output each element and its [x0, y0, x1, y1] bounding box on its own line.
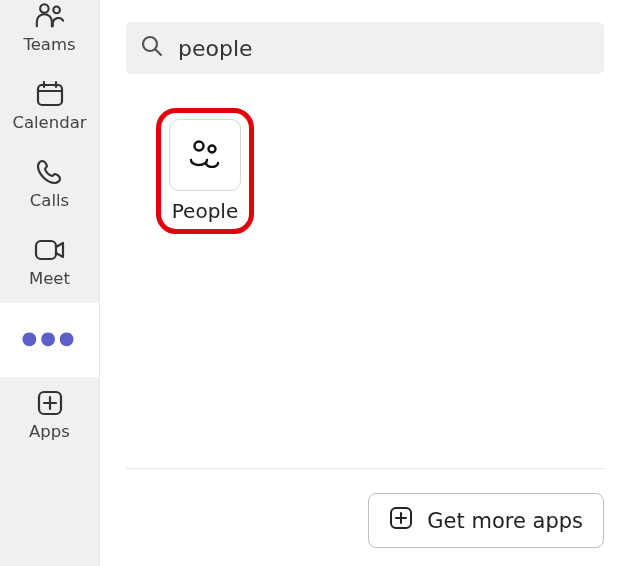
app-tile-people[interactable]: [169, 119, 241, 191]
meet-icon: [34, 234, 66, 266]
svg-line-11: [156, 50, 162, 56]
calls-icon: [34, 156, 66, 188]
svg-rect-2: [38, 85, 62, 105]
teams-icon: [34, 0, 66, 32]
people-icon: [187, 138, 223, 172]
rail-item-calls[interactable]: Calls: [0, 146, 99, 224]
apps-icon: [34, 387, 66, 419]
apps-flyout-panel: People Get more apps: [100, 0, 630, 566]
rail-label-apps: Apps: [29, 423, 70, 441]
rail-label-meet: Meet: [29, 270, 70, 288]
rail-item-apps[interactable]: Apps: [0, 377, 99, 455]
rail-item-calendar[interactable]: Calendar: [0, 68, 99, 146]
rail-item-more[interactable]: ●●●: [0, 303, 99, 377]
search-box[interactable]: [126, 22, 604, 74]
svg-point-13: [209, 146, 216, 153]
get-more-apps-label: Get more apps: [427, 509, 583, 533]
svg-point-0: [40, 4, 48, 12]
highlight-callout: People: [156, 108, 254, 234]
search-results: People: [126, 74, 604, 468]
calendar-icon: [34, 78, 66, 110]
panel-footer: Get more apps: [126, 493, 604, 566]
svg-point-1: [53, 7, 60, 14]
rail-label-calendar: Calendar: [12, 114, 86, 132]
footer-separator: [126, 468, 604, 469]
app-label-people: People: [172, 199, 238, 223]
plus-icon: [389, 506, 413, 535]
more-icon: ●●●: [21, 313, 77, 363]
app-root: Teams Calendar Calls: [0, 0, 630, 566]
search-icon: [140, 34, 164, 62]
rail-item-meet[interactable]: Meet: [0, 224, 99, 302]
rail-item-teams[interactable]: Teams: [0, 0, 99, 68]
nav-rail: Teams Calendar Calls: [0, 0, 100, 566]
search-input[interactable]: [176, 35, 590, 62]
rail-label-teams: Teams: [23, 36, 75, 54]
get-more-apps-button[interactable]: Get more apps: [368, 493, 604, 548]
svg-point-12: [195, 142, 204, 151]
svg-rect-6: [36, 241, 56, 259]
rail-label-calls: Calls: [30, 192, 69, 210]
